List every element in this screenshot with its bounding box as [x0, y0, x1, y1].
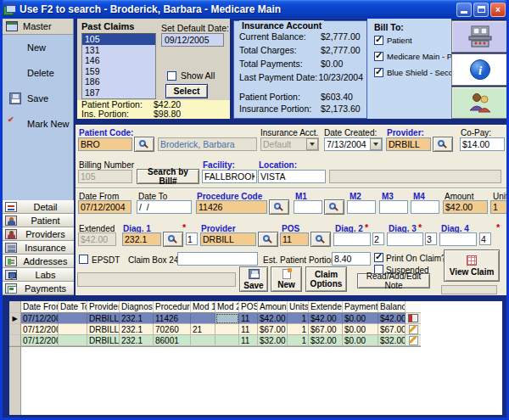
grid-cell[interactable]: $0.00 [343, 313, 378, 324]
bill-to-checkbox[interactable] [374, 52, 383, 61]
bill-to-checkbox[interactable] [374, 68, 383, 77]
provider-search-button[interactable] [433, 137, 453, 152]
grid-cell[interactable]: 11 [239, 324, 258, 335]
grid-cell[interactable]: $67.00 [309, 324, 343, 335]
grid-cell[interactable] [191, 313, 215, 324]
grid-column-header-date-from[interactable]: Date From [21, 301, 59, 313]
grid-column-header-payments[interactable]: Payments [343, 301, 378, 313]
grid-cell[interactable]: DRBILL [87, 324, 120, 335]
epsdt-checkbox[interactable] [79, 255, 88, 264]
grid-cell[interactable] [215, 324, 239, 335]
grid-cell[interactable]: 21 [191, 324, 215, 335]
show-all-checkbox[interactable] [167, 71, 176, 81]
sidebar-item-payments[interactable]: Payments [3, 282, 74, 295]
set-default-date-field[interactable]: 09/12/2005 [161, 33, 224, 47]
grid-cell[interactable]: $67.00 [378, 324, 406, 335]
est-patient-portion-input[interactable] [332, 252, 371, 266]
grid-cell[interactable] [191, 335, 215, 346]
past-claim-item[interactable]: 131 [82, 45, 155, 56]
diag2-pointer-box[interactable] [372, 232, 384, 245]
grid-column-header-diagnosis[interactable]: Diagnosis [120, 301, 154, 313]
grid-cell[interactable]: $32.00 [258, 335, 288, 346]
grid-cell[interactable]: 232.1 [120, 335, 154, 346]
grid-cell[interactable]: $32.00 [309, 335, 343, 346]
grid-cell[interactable]: 07/12/2004 [21, 324, 59, 335]
procedure-search-button[interactable] [269, 199, 289, 215]
sidebar-action-new[interactable]: New [3, 35, 73, 60]
search-by-bill-button[interactable]: Search by Bill# [137, 169, 199, 184]
m2-input[interactable] [347, 200, 376, 214]
co-pay-input[interactable] [460, 137, 505, 151]
m1-input[interactable] [294, 200, 322, 214]
grid-column-header-balance[interactable]: Balance [378, 301, 406, 313]
row-action-button[interactable] [406, 335, 421, 346]
table-row[interactable]: ▶07/12/2004DRBILL232.11142611$42.001$42.… [9, 313, 421, 324]
grid-cell[interactable]: $67.00 [258, 324, 288, 335]
m1-search-button[interactable] [324, 199, 344, 215]
grid-cell[interactable]: $42.00 [258, 313, 288, 324]
row-action-button[interactable] [406, 324, 421, 335]
select-button[interactable]: Select [165, 84, 208, 98]
procedure-code-input[interactable] [196, 200, 267, 214]
grid-cell[interactable] [59, 313, 87, 324]
pos-input[interactable] [280, 232, 309, 246]
grid-column-header-pos[interactable]: POS [239, 301, 258, 313]
sidebar-item-addresses[interactable]: Addresses [3, 255, 74, 268]
line-provider-input[interactable] [200, 232, 256, 246]
sidebar-item-detail[interactable]: Detail [3, 200, 74, 214]
diag1-pointer-box[interactable] [186, 232, 198, 245]
grid-cell[interactable]: 07/12/2004 [21, 335, 59, 346]
grid-cell[interactable]: DRBILL [87, 313, 120, 324]
claim-box-24k-input[interactable] [177, 252, 258, 266]
past-claim-item[interactable]: 186 [82, 76, 155, 87]
grid-cell[interactable]: 232.1 [120, 313, 154, 324]
grid-cell[interactable]: 86001 [154, 335, 191, 346]
past-claim-item[interactable]: 105 [82, 34, 155, 45]
grid-column-header-date-to[interactable]: Date To [59, 301, 87, 313]
grid-cell[interactable]: 11 [239, 335, 258, 346]
grid-cell[interactable]: 11426 [154, 313, 191, 324]
grid-cell[interactable]: $42.00 [309, 313, 343, 324]
maximize-button[interactable] [473, 3, 489, 17]
past-claims-list[interactable]: 105131146159186187 [81, 33, 156, 99]
past-claim-item[interactable]: 146 [82, 55, 155, 66]
line-provider-search-button[interactable] [258, 232, 278, 247]
grid-column-header-units[interactable]: Units [288, 301, 309, 313]
grid-column-header-amount[interactable]: Amount [258, 301, 288, 313]
grid-column-header-procedure[interactable]: Procedure [154, 301, 191, 313]
grid-cell[interactable]: 1 [288, 313, 309, 324]
date-from-input[interactable] [78, 200, 131, 214]
table-row[interactable]: 07/12/2004DRBILL232.1702602111$67.001$67… [9, 324, 421, 335]
sidebar-action-save[interactable]: Save [3, 86, 73, 111]
info-button[interactable]: i [451, 53, 508, 86]
new-claim-button[interactable]: New [271, 266, 302, 292]
diag4-pointer-box[interactable] [479, 232, 491, 245]
past-claim-item[interactable]: 159 [82, 66, 155, 77]
sidebar-item-providers[interactable]: Providers [3, 227, 74, 241]
m3-input[interactable] [379, 200, 408, 214]
grid-cell[interactable]: 1 [288, 335, 309, 346]
facility-input[interactable] [202, 170, 257, 183]
billing-machine-button[interactable] [451, 20, 508, 53]
sidebar-item-insurance[interactable]: Insurance [3, 241, 74, 255]
grid-cell[interactable] [59, 324, 87, 335]
grid-cell[interactable] [215, 335, 239, 346]
diag1-search-button[interactable] [163, 232, 183, 247]
sidebar-master-tab[interactable]: Master [3, 19, 73, 35]
m4-input[interactable] [411, 200, 439, 214]
sidebar-item-labs[interactable]: Labs [3, 268, 74, 282]
pos-search-button[interactable] [310, 232, 331, 247]
close-button[interactable]: × [490, 3, 506, 17]
grid-column-header-provider[interactable]: Provider [87, 301, 120, 313]
grid-column-header-extended[interactable]: Extended [309, 301, 343, 313]
patients-button[interactable] [451, 87, 508, 119]
read-add-edit-note-button[interactable]: Read/Add/Edit Note [357, 273, 430, 288]
grid-cell[interactable]: DRBILL [87, 335, 120, 346]
grid-column-header-mod-1[interactable]: Mod 1 [191, 301, 215, 313]
sidebar-action-mark-new[interactable]: Mark New [3, 111, 73, 137]
grid-cell[interactable]: 1 [288, 324, 309, 335]
grid-cell[interactable]: $42.00 [378, 313, 406, 324]
diag1-input[interactable] [122, 232, 161, 246]
provider-input[interactable] [386, 137, 431, 151]
past-claim-item[interactable]: 187 [82, 87, 155, 98]
